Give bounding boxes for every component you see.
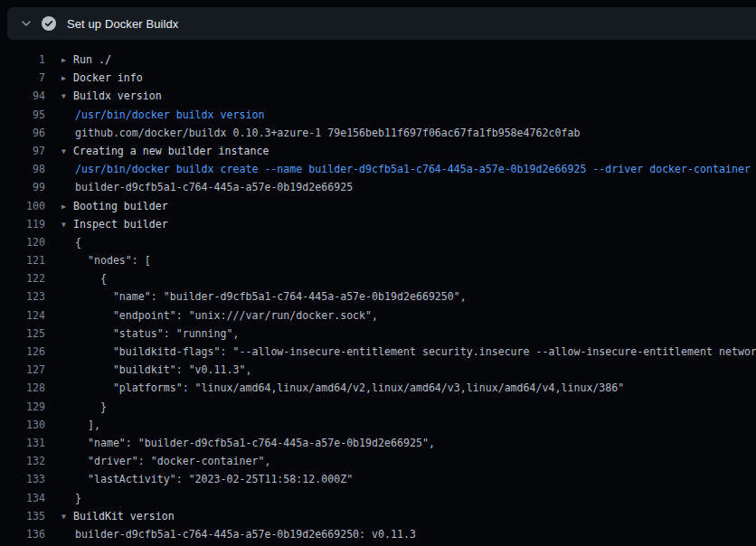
line-number[interactable]: 7 (0, 69, 45, 87)
log-output-text: "platforms": "linux/amd64,linux/amd64/v2… (61, 379, 624, 397)
log-group-title: Buildx version (73, 89, 162, 102)
log-group-toggle[interactable]: ▼Creating a new builder instance (61, 142, 269, 160)
log-output-text: "nodes": [ (61, 251, 151, 269)
log-group-title: Creating a new builder instance (73, 145, 269, 157)
log-line: 121 "nodes": [ (0, 251, 756, 269)
log-line: 99builder-d9cfb5a1-c764-445a-a57e-0b19d2… (0, 178, 756, 196)
step-header[interactable]: Set up Docker Buildx (7, 7, 756, 40)
log-group-title: Inspect builder (73, 218, 168, 231)
triangle-down-icon[interactable]: ▼ (61, 143, 73, 161)
log-command-text: /usr/bin/docker buildx create --name bui… (61, 160, 751, 178)
step-title: Set up Docker Buildx (67, 17, 178, 31)
log-output-text: ], (61, 416, 100, 434)
line-number[interactable]: 98 (0, 160, 45, 178)
triangle-down-icon[interactable]: ▼ (61, 216, 73, 234)
line-number[interactable]: 100 (0, 197, 45, 215)
log-group-title: BuildKit version (73, 510, 175, 522)
log-line: 100▶Booting builder (0, 197, 756, 215)
log-line: 96github.com/docker/buildx 0.10.3+azure-… (0, 124, 756, 142)
log-command-text: /usr/bin/docker buildx version (61, 106, 264, 124)
log-viewer: 1▶Run ./7▶Docker info94▼Buildx version95… (0, 40, 756, 543)
log-group-title: Docker info (73, 71, 143, 84)
log-output-text: "driver": "docker-container", (61, 452, 270, 470)
log-output-text: "lastActivity": "2023-02-25T11:58:12.000… (61, 470, 353, 488)
log-line: 128 "platforms": "linux/amd64,linux/amd6… (0, 379, 756, 397)
log-group-toggle[interactable]: ▶Docker info (61, 69, 143, 87)
log-output-text: "name": "builder-d9cfb5a1-c764-445a-a57e… (61, 434, 435, 452)
line-number[interactable]: 97 (0, 142, 45, 160)
line-number[interactable]: 123 (0, 287, 45, 306)
line-number[interactable]: 99 (0, 178, 45, 196)
line-number[interactable]: 132 (0, 452, 45, 470)
log-line: 135▼BuildKit version (0, 507, 756, 525)
line-number[interactable]: 134 (0, 489, 45, 507)
triangle-right-icon[interactable]: ▶ (61, 198, 73, 216)
log-line: 122 { (0, 269, 756, 287)
line-number[interactable]: 121 (0, 251, 45, 269)
line-number[interactable]: 122 (0, 269, 45, 287)
log-line: 127 "buildkit": "v0.11.3", (0, 361, 756, 379)
log-output-text: builder-d9cfb5a1-c764-445a-a57e-0b19d2e6… (61, 178, 353, 196)
log-group-title: Run ./ (73, 53, 111, 66)
log-output-text: } (61, 398, 107, 416)
log-output-text: } (61, 489, 81, 507)
log-output-text: "buildkit": "v0.11.3", (61, 361, 251, 379)
line-number[interactable]: 128 (0, 379, 45, 397)
log-output-text: "status": "running", (61, 325, 239, 343)
log-output-text: "endpoint": "unix:///var/run/docker.sock… (61, 306, 378, 325)
log-line: 94▼Buildx version (0, 87, 756, 105)
log-line: 1▶Run ./ (0, 51, 756, 69)
log-group-toggle[interactable]: ▼Buildx version (61, 87, 162, 105)
line-number[interactable]: 131 (0, 434, 45, 452)
triangle-right-icon[interactable]: ▶ (61, 70, 73, 88)
line-number[interactable]: 94 (0, 87, 45, 105)
log-line: 125 "status": "running", (0, 325, 756, 343)
line-number[interactable]: 126 (0, 343, 45, 361)
log-line: 7▶Docker info (0, 69, 756, 87)
check-circle-icon (42, 16, 56, 31)
log-line: 98/usr/bin/docker buildx create --name b… (0, 160, 756, 178)
chevron-down-icon[interactable] (16, 14, 36, 33)
log-line: 131 "name": "builder-d9cfb5a1-c764-445a-… (0, 434, 756, 452)
log-line: 132 "driver": "docker-container", (0, 452, 756, 470)
line-number[interactable]: 133 (0, 470, 45, 488)
log-output-text: "name": "builder-d9cfb5a1-c764-445a-a57e… (61, 287, 467, 306)
triangle-down-icon[interactable]: ▼ (61, 508, 73, 526)
log-output-text: github.com/docker/buildx 0.10.3+azure-1 … (61, 124, 580, 142)
log-output-text: "buildkitd-flags": "--allow-insecure-ent… (61, 343, 756, 361)
line-number[interactable]: 95 (0, 106, 45, 124)
log-line: 97▼Creating a new builder instance (0, 142, 756, 160)
log-line: 136builder-d9cfb5a1-c764-445a-a57e-0b19d… (0, 525, 756, 543)
line-number[interactable]: 130 (0, 416, 45, 434)
triangle-down-icon[interactable]: ▼ (61, 88, 73, 106)
line-number[interactable]: 125 (0, 325, 45, 343)
line-number[interactable]: 124 (0, 306, 45, 325)
log-output-text: { (61, 269, 107, 287)
log-line: 133 "lastActivity": "2023-02-25T11:58:12… (0, 470, 756, 488)
line-number[interactable]: 129 (0, 398, 45, 416)
log-line: 119▼Inspect builder (0, 215, 756, 233)
line-number[interactable]: 119 (0, 215, 45, 233)
log-line: 126 "buildkitd-flags": "--allow-insecure… (0, 343, 756, 361)
log-output-text: builder-d9cfb5a1-c764-445a-a57e-0b19d2e6… (61, 525, 416, 543)
log-line: 124 "endpoint": "unix:///var/run/docker.… (0, 306, 756, 325)
log-group-toggle[interactable]: ▶Booting builder (61, 197, 168, 215)
log-group-toggle[interactable]: ▼Inspect builder (61, 215, 168, 233)
log-line: 95/usr/bin/docker buildx version (0, 106, 756, 124)
log-group-title: Booting builder (73, 200, 168, 212)
log-output-text: { (61, 233, 81, 251)
log-line: 129 } (0, 398, 756, 416)
line-number[interactable]: 120 (0, 233, 45, 251)
log-line: 120{ (0, 233, 756, 251)
line-number[interactable]: 96 (0, 124, 45, 142)
log-line: 123 "name": "builder-d9cfb5a1-c764-445a-… (0, 287, 756, 306)
triangle-right-icon[interactable]: ▶ (61, 52, 73, 70)
line-number[interactable]: 1 (0, 51, 45, 69)
log-group-toggle[interactable]: ▼BuildKit version (61, 507, 175, 525)
log-line: 130 ], (0, 416, 756, 434)
log-group-toggle[interactable]: ▶Run ./ (61, 51, 111, 69)
log-line: 134} (0, 489, 756, 507)
line-number[interactable]: 136 (0, 525, 45, 543)
line-number[interactable]: 127 (0, 361, 45, 379)
line-number[interactable]: 135 (0, 507, 45, 525)
